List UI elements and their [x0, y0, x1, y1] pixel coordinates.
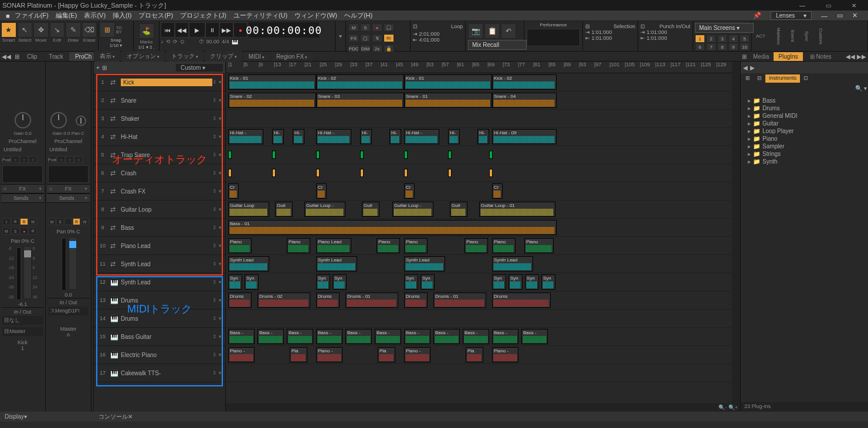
track-row[interactable]: 9⇄Bass⇕ ▾ [94, 219, 225, 237]
clip[interactable]: Snare - 04 [492, 93, 557, 108]
clip[interactable]: Guit [362, 202, 379, 217]
solo-button[interactable]: S [360, 23, 371, 32]
play-button[interactable]: ▶ [189, 22, 205, 38]
clip[interactable]: Cr [404, 184, 415, 199]
clip[interactable]: Bass - [316, 329, 343, 344]
track-lane[interactable]: DrumsDrums - 02DrumsDrums - 01DrumsDrums… [226, 291, 740, 310]
tab-track[interactable]: Track [43, 52, 69, 61]
clip[interactable]: Piano - [404, 347, 430, 362]
br-chip-instruments[interactable]: Instruments [765, 74, 800, 83]
clip[interactable]: Bass - [521, 329, 548, 344]
forward-button[interactable]: ▶▶ [219, 22, 233, 38]
clip[interactable]: Piano - [316, 347, 343, 362]
clip[interactable]: Bass - [492, 329, 518, 344]
arrangement[interactable]: |1|5|9|13|17|21|25|29|33|37|41|45|49|53|… [226, 62, 740, 412]
clip[interactable]: Kick - 01 [228, 74, 316, 90]
browser-tree[interactable]: ▸📁Bass▸📁Drums▸📁General MIDI▸📁Guitar▸📁Loo… [741, 94, 868, 402]
tree-node[interactable]: ▸📁Loop Player [743, 127, 866, 135]
clip[interactable]: Guitar Loop - 01 [479, 202, 555, 217]
pan-knob[interactable] [76, 116, 86, 126]
clip[interactable]: Syn [404, 274, 418, 290]
erase-tool[interactable]: ⌫ [82, 22, 97, 38]
clip[interactable]: Guitar Loop - [392, 202, 433, 217]
clip[interactable]: Cr [228, 184, 239, 199]
clip[interactable]: Piano [287, 238, 310, 253]
clip[interactable]: Hi- [272, 129, 284, 144]
clip[interactable]: Guitar Loop - [304, 202, 345, 217]
back-button[interactable]: ◀◀ [175, 22, 189, 38]
clip[interactable]: Piano [404, 238, 428, 253]
track-lane[interactable] [226, 310, 740, 328]
tree-node[interactable]: ▸📁Bass [743, 97, 866, 104]
clip[interactable]: Syn [333, 274, 347, 290]
track-lane[interactable]: Hi-Hat -Hi-Hi-Hi-Hat -Hi-Hi-Hi-Hat -Hi-H… [226, 128, 740, 146]
clip[interactable]: Syn [492, 274, 506, 290]
marks-button[interactable]: ⛳ [139, 23, 154, 39]
track-lane[interactable]: Guitar LoopGuitGuitar Loop -GuitGuitar L… [226, 201, 740, 219]
menu-insert[interactable]: 挿入(I) [113, 11, 131, 20]
clip[interactable]: Drums [316, 293, 340, 308]
clip[interactable]: Hi-Hat - [404, 129, 439, 144]
v-scrollbar[interactable] [732, 62, 740, 403]
tree-node[interactable]: ▸📁Piano [743, 135, 866, 142]
track-row[interactable]: 16🎹Electric Piano⇕ ▾ [94, 346, 225, 364]
track-lane[interactable]: Bass - 01 [226, 219, 740, 237]
fader[interactable] [23, 246, 32, 299]
track-lane[interactable]: SynSynSynSynSynSynSynSynSynSyn [226, 273, 740, 291]
clip[interactable]: Bass - [257, 329, 284, 344]
clip[interactable]: Piano - [228, 347, 255, 362]
move-tool[interactable]: ✥ [33, 22, 49, 38]
track-lane[interactable]: CrCrCrCr [226, 182, 740, 201]
br-chip-4[interactable]: ⊡ [800, 74, 812, 83]
display-tab[interactable]: Display ▾ [0, 412, 94, 422]
clip[interactable]: Syn [525, 274, 539, 290]
clip[interactable]: Drums [228, 293, 252, 308]
tab-notes[interactable]: ⊞ Notes [805, 52, 836, 61]
clip[interactable]: Syn [316, 274, 330, 290]
gain-knob-2[interactable] [50, 112, 67, 128]
clip[interactable]: Drums [492, 293, 551, 308]
clip[interactable]: Piano [377, 238, 400, 253]
clip[interactable] [404, 151, 408, 159]
track-row[interactable]: 4⇄Hi-Hat⇕ ▾ [94, 128, 225, 146]
track-lane[interactable]: Synth LeadSynth LeadSynth LeadSynth Lead [226, 255, 740, 273]
edit-tool[interactable]: ↘ [50, 22, 65, 38]
clip[interactable]: Synth Lead [316, 256, 357, 271]
timeline-ruler[interactable]: |1|5|9|13|17|21|25|29|33|37|41|45|49|53|… [226, 62, 740, 73]
snap-button[interactable]: ⊞ [100, 22, 115, 38]
clip[interactable]: Synth Lead [492, 256, 533, 271]
tree-node[interactable]: ▸📁Drums [743, 104, 866, 112]
track-filter-dropdown[interactable]: Custom ▾ [176, 64, 223, 72]
clip[interactable]: Guit [275, 202, 293, 217]
smart-tool[interactable]: ★ [1, 22, 16, 38]
clip[interactable]: Piano Lead [316, 238, 351, 253]
tree-node[interactable]: ▸📁Synth [743, 158, 866, 165]
clip[interactable]: Piano [524, 238, 554, 253]
menu-help[interactable]: ヘルプ(H) [344, 11, 372, 20]
mixrecall-dropdown[interactable]: Mix Recall [468, 40, 527, 50]
clip[interactable] [316, 151, 320, 159]
menu-view[interactable]: 表示(V) [84, 11, 106, 20]
clip[interactable]: Pia [378, 347, 395, 362]
search-icon[interactable]: 🔍 ▾ [855, 85, 867, 93]
clip[interactable]: Syn [245, 274, 259, 290]
add-track-icon[interactable]: + [96, 64, 100, 71]
track-row[interactable]: 6⇄Crash⇕ ▾ [94, 164, 225, 182]
clip[interactable]: Guit [450, 202, 467, 217]
clip[interactable]: Hi- [360, 129, 372, 144]
track-row[interactable]: 13🎹Drums⇕ ▾ [94, 291, 225, 310]
tab-proch[interactable]: ProCh [69, 52, 97, 61]
br-chip-2[interactable]: ⊟ [754, 74, 765, 83]
clip[interactable] [272, 151, 276, 159]
clip[interactable]: Syn [508, 274, 523, 290]
menu-process[interactable]: プロセス(P) [138, 11, 173, 20]
clip[interactable]: Kick - 01 [404, 74, 492, 90]
r-button[interactable]: R! [384, 34, 394, 42]
clip[interactable] [316, 169, 320, 177]
clip[interactable]: Synth Lead [404, 256, 445, 271]
clip[interactable]: Syn [541, 274, 555, 290]
track-lane[interactable]: Piano -PiaPiano -PiaPiano -PiaPiano - [226, 346, 740, 364]
clip[interactable]: Hi-Hat - 09 [492, 129, 557, 144]
clip[interactable]: Snare - 03 [316, 93, 404, 108]
pin-icon[interactable]: 📌 [753, 12, 761, 19]
